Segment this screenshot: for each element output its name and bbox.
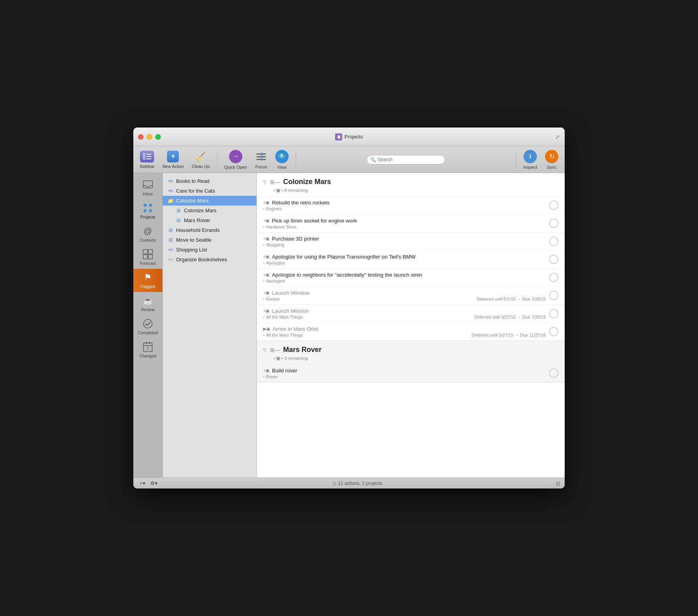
close-button[interactable] <box>138 134 144 140</box>
svg-rect-20 <box>149 342 150 344</box>
minimize-button[interactable] <box>147 134 152 140</box>
inspect-label: Inspect <box>524 165 537 169</box>
project-item-colonize[interactable]: 📁 Colonize Mars <box>163 196 256 206</box>
task-item-t5[interactable]: +▣ Apologize to neighbors for "accidenta… <box>257 268 565 286</box>
fullscreen-button[interactable] <box>155 134 161 140</box>
group-arrow-colonize[interactable]: ▽ <box>263 179 267 185</box>
sidebar-item-flagged[interactable]: ⚑ Flagged <box>133 269 162 292</box>
task-checkbox-t5[interactable] <box>549 273 558 282</box>
task-item-t7[interactable]: +▣ Launch Mission • All the Mars Things … <box>257 304 565 323</box>
statusbar-status: ||| 11 actions, 2 projects <box>159 481 556 486</box>
svg-rect-13 <box>143 250 147 254</box>
sidebar-item-inbox[interactable]: Inbox <box>133 176 162 199</box>
quick-open-button[interactable]: → Quick Open <box>221 148 250 171</box>
cleanup-button[interactable]: 🧹 Clean Up <box>189 149 213 170</box>
project-icon-colonize: 📁 <box>167 198 174 204</box>
project-icon-household: ⊞ <box>167 227 174 233</box>
project-item-colonize-sub[interactable]: ⊞ Colonize Mars <box>163 206 256 215</box>
task-context-icon-t6: • <box>263 297 265 301</box>
task-item-t2[interactable]: +▣ Pick up 6mm socket for engine work • … <box>257 214 565 232</box>
task-item-t4[interactable]: +▣ Apologize for using the Plasma Transm… <box>257 250 565 268</box>
sidebar-item-contexts-label: Contexts <box>140 238 156 242</box>
search-box[interactable]: 🔍 <box>367 155 445 164</box>
sync-button[interactable]: ↻ Sync <box>542 148 562 171</box>
sidebar-item-changed[interactable]: 1 Changed <box>133 338 162 361</box>
gear-button[interactable]: ⚙▾ <box>149 479 159 487</box>
task-checkbox-t3[interactable] <box>549 237 558 246</box>
sidebar-label: Sidebar <box>140 164 155 169</box>
titlebar: 📋 Projects ⤢ <box>133 128 565 146</box>
task-context-t9: Rover <box>266 374 278 379</box>
sidebar-item-completed[interactable]: Completed <box>133 315 162 338</box>
group-subtitle-colonize: +▣ • 8 remaining <box>257 188 565 196</box>
inspect-button[interactable]: i Inspect <box>520 148 540 171</box>
sidebar-item-review[interactable]: ☕ Review <box>133 292 162 315</box>
sidebar-icon <box>140 151 154 162</box>
task-checkbox-t8[interactable] <box>549 327 558 336</box>
group-title-marsrover: Mars Rover <box>283 346 322 354</box>
task-context-t1: Engines <box>266 206 282 211</box>
project-icon-cats: •≡ <box>167 188 174 194</box>
task-main-row-t7: +▣ Launch Mission <box>263 308 546 314</box>
sidebar-item-completed-label: Completed <box>138 330 158 335</box>
task-note-icon-t8: ▶▣ <box>263 326 270 332</box>
search-input[interactable] <box>378 157 442 162</box>
task-item-t1[interactable]: +▣ Rebuild the retro rockets • Engines <box>257 196 565 214</box>
add-button[interactable]: +▾ <box>138 479 147 487</box>
task-checkbox-t6[interactable] <box>549 291 558 300</box>
task-checkbox-t4[interactable] <box>549 255 558 264</box>
new-action-label: New Action <box>162 164 184 169</box>
new-action-button[interactable]: + New Action <box>159 149 187 170</box>
task-title-t6: Launch Window <box>272 290 309 296</box>
focus-button[interactable]: Focus <box>252 149 271 171</box>
task-context-t5: Apologies <box>266 279 285 283</box>
project-item-cats[interactable]: •≡ Care for the Cats <box>163 186 256 196</box>
sidebar-item-contexts[interactable]: @ Contexts <box>133 222 162 246</box>
cleanup-label: Clean Up <box>192 164 210 169</box>
review-icon: ☕ <box>142 295 153 306</box>
project-icon-marsrover: ⊞ <box>175 217 182 223</box>
task-checkbox-t7[interactable] <box>549 309 558 318</box>
app-icon: 📋 <box>335 133 342 140</box>
sidebar-item-projects[interactable]: Projects <box>133 199 162 222</box>
task-meta-t5: • Apologies <box>263 279 546 283</box>
task-checkbox-t9[interactable] <box>549 368 558 378</box>
project-item-household[interactable]: ⊞ Household Errands <box>163 225 256 235</box>
task-item-t8[interactable]: ▶▣ Arrive in Mars Orbit • All the Mars T… <box>257 323 565 341</box>
project-item-bookshelves[interactable]: •≡ Organize Bookshelves <box>163 255 256 264</box>
project-item-seattle[interactable]: ⊞ Move to Seattle <box>163 235 256 245</box>
view-button[interactable]: 👁 View <box>272 148 292 171</box>
task-title-t9: Build rover <box>272 368 297 374</box>
statusbar-left: +▾ ⚙▾ <box>138 479 159 487</box>
task-meta-t2: • Hardware Store <box>263 224 546 229</box>
sidebar-item-review-label: Review <box>141 307 155 312</box>
svg-rect-7 <box>261 153 262 160</box>
project-item-marsrover[interactable]: ⊞ Mars Rover <box>163 215 256 225</box>
task-context-t2: Hardware Store <box>266 224 296 229</box>
task-item-t9[interactable]: +▣ Build rover • Rover <box>257 364 565 382</box>
task-meta-t9: • Rover <box>263 374 546 379</box>
project-item-books[interactable]: •≡ Books to Read <box>163 176 256 186</box>
task-context-icon-t2: • <box>263 225 265 229</box>
task-context-icon-t3: • <box>263 243 265 247</box>
task-checkbox-t1[interactable] <box>549 200 558 210</box>
task-date-t7: Deferred until 5/27/15 → Due 7/28/15 <box>304 315 546 319</box>
window-title: 📋 Projects <box>335 133 363 140</box>
group-arrow-marsrover[interactable]: ▽ <box>263 347 267 353</box>
forecast-icon <box>142 249 153 260</box>
task-checkbox-t2[interactable] <box>549 219 558 228</box>
sidebar-item-forecast[interactable]: Forecast <box>133 246 162 269</box>
expand-button[interactable]: ⤢ <box>555 134 560 140</box>
project-icon-books: •≡ <box>167 178 174 184</box>
task-item-t6[interactable]: +▣ Launch Window • Rocket Deferred until… <box>257 286 565 304</box>
project-item-shopping[interactable]: •≡ Shopping List <box>163 245 256 255</box>
task-title-t4: Apologize for using the Plasma Transmogr… <box>272 254 415 260</box>
sidebar-toggle[interactable]: Sidebar <box>136 149 158 170</box>
group-icon-colonize: ⊞— <box>270 179 280 185</box>
group-subtitle-marsrover: +▣ • 3 remaining <box>257 355 565 364</box>
task-item-t3[interactable]: +▣ Purchase 3D printer • Shopping <box>257 232 565 250</box>
svg-point-11 <box>144 209 147 212</box>
sync-icon: ↻ <box>545 150 558 163</box>
sync-label: Sync <box>547 165 556 169</box>
task-title-t7: Launch Mission <box>272 308 309 314</box>
